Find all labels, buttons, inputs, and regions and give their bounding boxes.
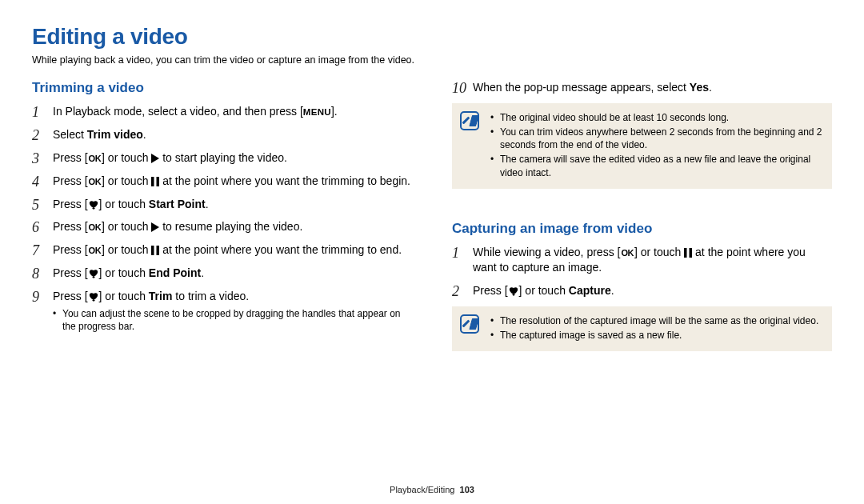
step-1: In Playback mode, select a video, and th… xyxy=(32,104,412,119)
play-icon xyxy=(151,154,159,163)
step-2: Select Trim video. xyxy=(32,127,412,142)
svg-rect-4 xyxy=(151,246,154,255)
footer-page-number: 103 xyxy=(460,485,474,494)
text: In Playback mode, select a video, and th… xyxy=(53,105,303,118)
step-3: Press [OK] or touch to start playing the… xyxy=(32,150,412,166)
text: to resume playing the video. xyxy=(159,220,302,233)
svg-marker-3 xyxy=(151,222,159,232)
text: ]. xyxy=(331,105,338,118)
ok-icon: OK xyxy=(620,248,634,258)
trimming-steps: In Playback mode, select a video, and th… xyxy=(32,104,412,333)
step-9-sublist: You can adjust the scene to be cropped b… xyxy=(53,307,412,333)
note-box-trimming: The original video should be at least 10… xyxy=(452,103,832,189)
capture-step-2: Press [] or touch Capture. xyxy=(452,283,832,298)
section-capture-heading: Capturing an image from video xyxy=(452,221,832,237)
page-footer: Playback/Editing 103 xyxy=(0,485,864,494)
ok-icon: OK xyxy=(88,222,102,232)
text: . xyxy=(611,284,614,297)
bold: Trim xyxy=(149,290,173,302)
note-item: The captured image is saved as a new fil… xyxy=(490,329,822,342)
text: to start playing the video. xyxy=(159,151,287,164)
step-9: Press [] or touch Trim to trim a video. … xyxy=(32,289,412,333)
text: Press [ xyxy=(53,198,88,210)
text: ] or touch xyxy=(99,266,149,279)
text: Press [ xyxy=(53,174,88,187)
text: Press [ xyxy=(473,284,508,297)
text: . xyxy=(143,128,146,141)
bold: Trim video xyxy=(87,128,143,141)
text: ] or touch xyxy=(99,198,149,210)
step-10: When the pop-up message appears, select … xyxy=(452,80,832,95)
text: Press [ xyxy=(53,151,88,164)
step-8: Press [] or touch End Point. xyxy=(32,266,412,281)
step-4: Press [OK] or touch at the point where y… xyxy=(32,174,412,189)
svg-marker-0 xyxy=(151,154,159,163)
bold: Start Point xyxy=(149,198,206,210)
page-subtitle: While playing back a video, you can trim… xyxy=(32,54,832,66)
text: Press [ xyxy=(53,243,88,256)
step-6: Press [OK] or touch to resume playing th… xyxy=(32,219,412,234)
step-7: Press [OK] or touch at the point where y… xyxy=(32,242,412,258)
note-item: The original video should be at least 10… xyxy=(490,111,822,124)
text: Press [ xyxy=(53,220,88,233)
menu-icon: MENU xyxy=(303,107,331,117)
svg-rect-6 xyxy=(684,248,687,258)
note-list: The resolution of the captured image wil… xyxy=(490,314,822,342)
text: ] or touch xyxy=(634,246,684,258)
text: ] or touch xyxy=(519,284,569,297)
macro-icon xyxy=(88,269,99,278)
section-trimming-heading: Trimming a video xyxy=(32,80,412,96)
text: to trim a video. xyxy=(172,290,249,302)
footer-section: Playback/Editing xyxy=(390,485,454,494)
note-icon xyxy=(460,111,479,130)
note-item: The camera will save the edited video as… xyxy=(490,153,822,178)
note-box-capture: The resolution of the captured image wil… xyxy=(452,306,832,351)
pause-icon xyxy=(151,246,159,255)
two-column-layout: Trimming a video In Playback mode, selec… xyxy=(32,80,832,351)
text: ] or touch xyxy=(102,220,151,233)
ok-icon: OK xyxy=(88,177,102,186)
capture-step-1: While viewing a video, press [OK] or tou… xyxy=(452,245,832,275)
pause-icon xyxy=(151,177,159,186)
macro-icon xyxy=(508,286,519,296)
text: While viewing a video, press [ xyxy=(473,246,620,258)
macro-icon xyxy=(88,200,99,210)
note-item: The resolution of the captured image wil… xyxy=(490,314,822,327)
trimming-steps-cont: When the pop-up message appears, select … xyxy=(452,80,832,95)
note-icon xyxy=(460,314,479,334)
subnote: You can adjust the scene to be cropped b… xyxy=(53,307,412,333)
text: . xyxy=(709,81,712,94)
text: Press [ xyxy=(53,290,88,302)
left-column: Trimming a video In Playback mode, selec… xyxy=(32,80,412,351)
macro-icon xyxy=(88,292,99,302)
ok-icon: OK xyxy=(88,154,102,163)
text: ] or touch xyxy=(102,243,151,256)
text: ] or touch xyxy=(102,151,151,164)
text: . xyxy=(201,266,204,279)
text: Press [ xyxy=(53,266,88,279)
bold: Yes xyxy=(690,81,709,94)
play-icon xyxy=(151,222,159,232)
bold: End Point xyxy=(149,266,201,279)
capture-steps: While viewing a video, press [OK] or tou… xyxy=(452,245,832,298)
note-list: The original video should be at least 10… xyxy=(490,111,822,179)
step-5: Press [] or touch Start Point. xyxy=(32,197,412,212)
page-title: Editing a video xyxy=(32,24,832,50)
right-column: When the pop-up message appears, select … xyxy=(452,80,832,351)
text: at the point where you want the trimming… xyxy=(159,174,410,187)
text: ] or touch xyxy=(102,174,151,187)
ok-icon: OK xyxy=(88,246,102,255)
bold: Capture xyxy=(569,284,611,297)
text: . xyxy=(206,198,209,210)
text: at the point where you want the trimming… xyxy=(159,243,402,256)
text: Select xyxy=(53,128,87,141)
note-item: You can trim videos anywhere between 2 s… xyxy=(490,126,822,151)
pause-icon xyxy=(684,248,692,258)
text: ] or touch xyxy=(99,290,149,302)
text: When the pop-up message appears, select xyxy=(473,81,690,94)
svg-rect-1 xyxy=(151,177,154,186)
